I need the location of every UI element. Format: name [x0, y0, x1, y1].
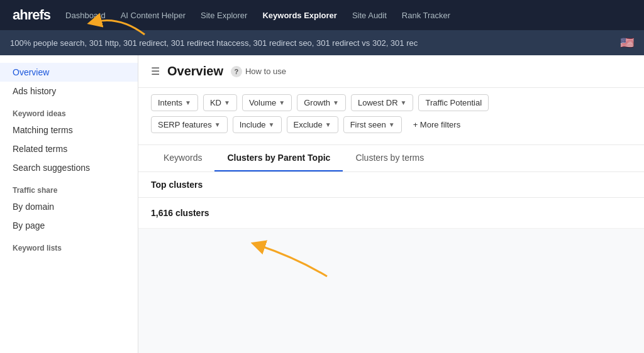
country-flag-icon[interactable]: 🇺🇸 — [620, 36, 634, 50]
logo-prefix: a — [13, 7, 19, 23]
chevron-down-icon: ▼ — [279, 99, 285, 106]
chevron-down-icon: ▼ — [214, 121, 221, 128]
filter-volume[interactable]: Volume ▼ — [242, 94, 292, 111]
nav-rank-tracker[interactable]: Rank Tracker — [402, 11, 450, 20]
filter-lowest-dr-label: Lowest DR — [358, 98, 398, 107]
search-keywords-text: 100% people search, 301 http, 301 redire… — [10, 38, 614, 48]
nav-site-audit[interactable]: Site Audit — [352, 11, 387, 20]
sidebar-section-keyword-lists: Keyword lists — [0, 235, 138, 255]
filter-traffic-potential[interactable]: Traffic Potential — [418, 94, 489, 111]
filter-volume-label: Volume — [249, 98, 276, 107]
nav-keywords-explorer[interactable]: Keywords Explorer — [262, 11, 337, 20]
tab-clusters-terms[interactable]: Clusters by terms — [343, 145, 436, 171]
chevron-down-icon: ▼ — [333, 99, 339, 106]
filters-area: Intents ▼ KD ▼ Volume ▼ Growth ▼ — [138, 88, 644, 145]
chevron-down-icon: ▼ — [185, 99, 191, 106]
sidebar-item-by-domain[interactable]: By domain — [0, 197, 138, 216]
filter-growth[interactable]: Growth ▼ — [297, 94, 346, 111]
more-filters-label: + More filters — [413, 120, 461, 129]
how-to-use-button[interactable]: ? How to use — [231, 66, 286, 77]
chevron-down-icon: ▼ — [325, 121, 331, 128]
content-header: ☰ Overview ? How to use — [138, 55, 644, 88]
filter-lowest-dr[interactable]: Lowest DR ▼ — [351, 94, 413, 111]
filter-first-seen-label: First seen — [350, 120, 386, 129]
nav-site-explorer[interactable]: Site Explorer — [201, 11, 247, 20]
chevron-down-icon: ▼ — [401, 99, 407, 106]
search-bar: 100% people search, 301 http, 301 redire… — [0, 30, 644, 55]
main-layout: Overview Ads history Keyword ideas Match… — [0, 55, 644, 353]
page-title: Overview — [167, 64, 223, 79]
sidebar-item-matching-terms[interactable]: Matching terms — [0, 121, 138, 139]
logo-suffix: hrefs — [19, 7, 50, 23]
chevron-down-icon: ▼ — [389, 121, 395, 128]
filter-first-seen[interactable]: First seen ▼ — [343, 116, 402, 133]
nav-dashboard[interactable]: Dashboard — [65, 11, 106, 20]
more-filters-button[interactable]: + More filters — [407, 117, 467, 133]
filters-row-2: SERP features ▼ Include ▼ Exclude ▼ Firs… — [151, 116, 631, 133]
logo[interactable]: ahrefs — [13, 7, 50, 23]
sidebar-item-related-terms[interactable]: Related terms — [0, 139, 138, 158]
filter-serp-features[interactable]: SERP features ▼ — [151, 116, 228, 133]
chevron-down-icon: ▼ — [269, 121, 275, 128]
sidebar-item-search-suggestions[interactable]: Search suggestions — [0, 158, 138, 177]
table-area: Top clusters 1,616 clusters — [138, 172, 644, 229]
filter-kd[interactable]: KD ▼ — [203, 94, 237, 111]
top-clusters-header: Top clusters — [138, 172, 644, 198]
filter-exclude-label: Exclude — [294, 120, 323, 129]
tab-keywords[interactable]: Keywords — [151, 145, 214, 171]
sidebar: Overview Ads history Keyword ideas Match… — [0, 55, 138, 353]
sidebar-item-overview[interactable]: Overview — [0, 63, 138, 82]
filters-row-1: Intents ▼ KD ▼ Volume ▼ Growth ▼ — [151, 94, 631, 111]
how-to-use-label: How to use — [245, 67, 286, 76]
filter-include-label: Include — [240, 120, 266, 129]
sidebar-item-by-page[interactable]: By page — [0, 216, 138, 235]
hamburger-icon[interactable]: ☰ — [151, 65, 160, 77]
filter-intents-label: Intents — [158, 98, 182, 107]
top-nav: ahrefs Dashboard AI Content Helper Site … — [0, 0, 644, 30]
clusters-count: 1,616 clusters — [138, 198, 644, 229]
filter-kd-label: KD — [210, 98, 221, 107]
filter-intents[interactable]: Intents ▼ — [151, 94, 198, 111]
tabs-area: Keywords Clusters by Parent Topic Cluste… — [138, 145, 644, 172]
nav-ai-content[interactable]: AI Content Helper — [121, 11, 186, 20]
sidebar-section-traffic-share: Traffic share — [0, 177, 138, 197]
sidebar-section-keyword-ideas: Keyword ideas — [0, 100, 138, 121]
sidebar-item-ads-history[interactable]: Ads history — [0, 82, 138, 100]
filter-serp-features-label: SERP features — [158, 120, 212, 129]
tab-clusters-parent-topic[interactable]: Clusters by Parent Topic — [214, 145, 343, 171]
filter-exclude[interactable]: Exclude ▼ — [287, 116, 338, 133]
filter-traffic-potential-label: Traffic Potential — [425, 98, 482, 107]
filter-growth-label: Growth — [304, 98, 330, 107]
content-area: ☰ Overview ? How to use Intents ▼ KD ▼ — [138, 55, 644, 353]
question-circle-icon: ? — [231, 66, 242, 77]
chevron-down-icon: ▼ — [224, 99, 230, 106]
filter-include[interactable]: Include ▼ — [233, 116, 282, 133]
